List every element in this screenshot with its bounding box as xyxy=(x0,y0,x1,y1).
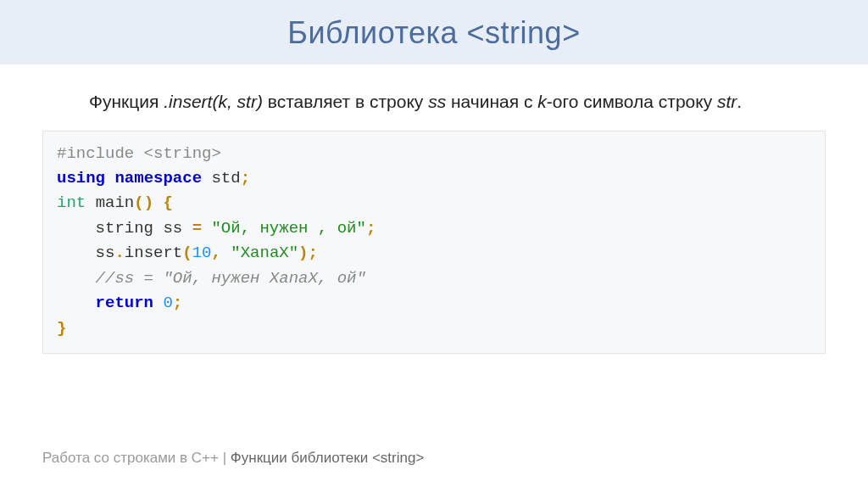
tok-sp xyxy=(86,193,95,212)
tok-namespace: namespace xyxy=(114,169,202,188)
desc-suffix-k: -ого символа строку xyxy=(547,92,717,111)
desc-var-ss: ss xyxy=(428,92,446,111)
code-line-5: ss.insert(10, "XanaX"); xyxy=(57,241,811,266)
desc-var-k: k xyxy=(537,92,547,111)
code-line-4: string ss = "Ой, нужен , ой"; xyxy=(57,216,811,241)
tok-main: main xyxy=(96,193,135,212)
tok-parens: () xyxy=(134,193,153,212)
tok-rparen: ) xyxy=(298,244,308,262)
tok-semi: ; xyxy=(366,219,376,238)
tok-eq: = xyxy=(192,219,202,238)
desc-func: .insert(k, str) xyxy=(164,92,263,111)
tok-dot: . xyxy=(114,244,124,262)
tok-indent xyxy=(57,294,96,312)
page-title: Библиотека <string> xyxy=(0,15,868,51)
tok-return: return xyxy=(96,294,153,312)
tok-string-1: "Ой, нужен , ой" xyxy=(211,219,365,238)
tok-semi: ; xyxy=(173,294,182,312)
tok-sp xyxy=(105,169,114,188)
desc-prefix: Функция xyxy=(89,92,164,111)
title-bar: Библиотека <string> xyxy=(0,0,868,64)
tok-num-10: 10 xyxy=(192,244,212,262)
tok-num-0: 0 xyxy=(163,294,172,312)
tok-brace-open: { xyxy=(163,193,172,212)
code-line-6: //ss = "Ой, нужен XanaX, ой" xyxy=(57,266,811,291)
tok-insert: insert xyxy=(125,244,182,262)
desc-mid2: начиная с xyxy=(446,92,537,111)
tok-sp xyxy=(153,294,163,312)
tok-ss: ss xyxy=(57,244,114,262)
code-line-8: } xyxy=(57,316,811,341)
footer-grey: Работа со строками в C++ | xyxy=(42,450,231,466)
desc-var-str: str xyxy=(717,92,737,111)
tok-sp xyxy=(202,219,211,238)
code-line-1: #include <string> xyxy=(57,142,811,166)
tok-string-2: "XanaX" xyxy=(231,244,298,262)
tok-std: std xyxy=(202,169,241,188)
code-line-3: int main() { xyxy=(57,191,811,216)
tok-semi: ; xyxy=(241,169,250,188)
tok-brace-close: } xyxy=(57,319,66,338)
code-block: #include <string>using namespace std;int… xyxy=(42,131,826,355)
code-line-7: return 0; xyxy=(57,291,811,316)
tok-using: using xyxy=(57,169,105,188)
tok-sp xyxy=(153,193,163,212)
tok-sp xyxy=(221,244,231,262)
tok-semi: ; xyxy=(309,244,318,262)
footer-dark: Функции библиотеки <string> xyxy=(231,450,425,466)
tok-int: int xyxy=(57,193,86,212)
desc-mid1: вставляет в строку xyxy=(263,92,428,111)
desc-period: . xyxy=(737,92,742,111)
tok-comment: //ss = "Ой, нужен XanaX, ой" xyxy=(57,269,366,288)
description-paragraph: Функция .insert(k, str) вставляет в стро… xyxy=(42,88,826,115)
content: Функция .insert(k, str) вставляет в стро… xyxy=(0,64,868,354)
footer: Работа со строками в C++ | Функции библи… xyxy=(42,450,424,467)
tok-lparen: ( xyxy=(182,244,192,262)
tok-include: #include <string> xyxy=(57,144,221,163)
tok-decl: string ss xyxy=(57,219,192,238)
tok-comma: , xyxy=(211,244,220,262)
code-line-2: using namespace std; xyxy=(57,166,811,191)
